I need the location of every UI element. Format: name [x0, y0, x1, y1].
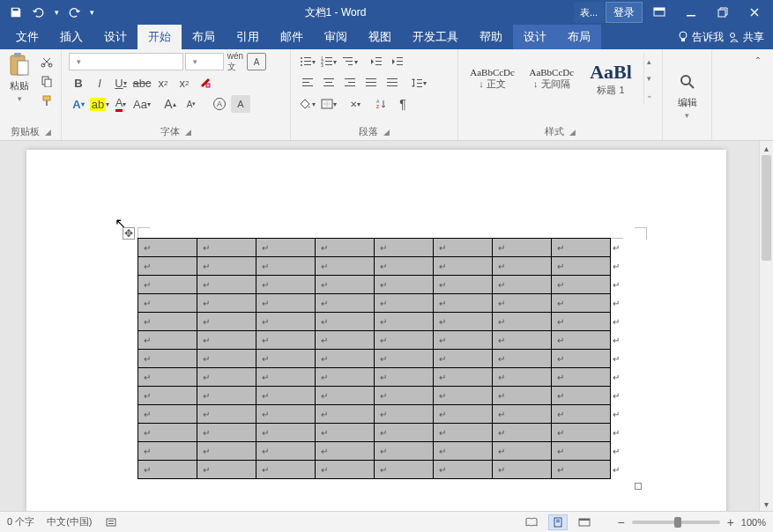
- table-cell[interactable]: ↵: [316, 331, 375, 350]
- change-case-icon[interactable]: Aa▾: [132, 95, 152, 113]
- table-cell[interactable]: ↵: [138, 442, 197, 461]
- table-cell[interactable]: ↵: [316, 424, 375, 442]
- table-cell[interactable]: ↵: [434, 331, 493, 350]
- table-cell[interactable]: ↵: [316, 257, 375, 276]
- tab-table-layout[interactable]: 布局: [557, 25, 601, 49]
- table-cell[interactable]: ↵: [256, 387, 316, 405]
- save-icon[interactable]: [5, 2, 26, 23]
- table-cell[interactable]: ↵: [316, 276, 375, 294]
- underline-button[interactable]: U▾: [111, 74, 130, 92]
- table-cell[interactable]: ↵: [493, 276, 552, 294]
- table-cell[interactable]: ↵: [552, 350, 611, 368]
- collapse-ribbon-icon[interactable]: ˆ: [748, 53, 768, 70]
- style-normal[interactable]: AaBbCcDc ↓ 正文: [465, 53, 519, 104]
- table-cell[interactable]: ↵: [316, 405, 375, 424]
- italic-button[interactable]: I: [90, 74, 109, 92]
- table-cell[interactable]: ↵: [138, 239, 197, 257]
- table-cell[interactable]: ↵: [197, 368, 256, 387]
- table-cell[interactable]: ↵: [434, 313, 493, 331]
- table-cell[interactable]: ↵: [493, 294, 552, 313]
- table-cell[interactable]: ↵: [197, 387, 256, 405]
- numbering-icon[interactable]: 123▾: [319, 53, 338, 70]
- paragraph-launcher-icon[interactable]: ◢: [383, 128, 390, 137]
- table-cell[interactable]: ↵: [256, 331, 316, 350]
- table-cell[interactable]: ↵: [434, 387, 493, 405]
- phonetic-guide-icon[interactable]: wén文: [226, 53, 245, 70]
- table-cell[interactable]: ↵: [316, 442, 375, 461]
- table-cell[interactable]: ↵: [493, 424, 552, 442]
- table-cell[interactable]: ↵: [256, 368, 316, 387]
- style-no-spacing[interactable]: AaBbCcDc ↓ 无间隔: [524, 53, 578, 104]
- print-layout-icon[interactable]: [548, 514, 568, 530]
- table-cell[interactable]: ↵: [256, 461, 316, 479]
- table-cell[interactable]: ↵: [138, 257, 197, 276]
- tab-review[interactable]: 审阅: [314, 25, 358, 49]
- cut-icon[interactable]: [37, 53, 56, 70]
- table-row[interactable]: ↵↵↵↵↵↵↵↵↵: [138, 331, 623, 350]
- word-count[interactable]: 0 个字: [7, 515, 34, 528]
- table-cell[interactable]: ↵: [434, 461, 493, 479]
- table-cell[interactable]: ↵: [493, 442, 552, 461]
- distributed-icon[interactable]: [383, 74, 402, 92]
- table-cell[interactable]: ↵: [197, 313, 256, 331]
- asian-layout-icon[interactable]: ✕▾: [346, 95, 365, 113]
- strikethrough-button[interactable]: abc: [132, 74, 152, 92]
- table-cell[interactable]: ↵: [138, 424, 197, 442]
- minimize-icon[interactable]: [676, 2, 706, 23]
- restore-icon[interactable]: [708, 2, 738, 23]
- tab-file[interactable]: 文件: [5, 25, 49, 49]
- table-cell[interactable]: ↵: [256, 294, 316, 313]
- zoom-slider[interactable]: [632, 521, 720, 524]
- table-row[interactable]: ↵↵↵↵↵↵↵↵↵: [138, 405, 623, 424]
- table-cell[interactable]: ↵: [138, 294, 197, 313]
- enclose-characters-icon[interactable]: A: [210, 95, 229, 113]
- table-cell[interactable]: ↵: [375, 257, 434, 276]
- table-cell[interactable]: ↵: [316, 239, 375, 257]
- table-cell[interactable]: ↵: [493, 350, 552, 368]
- table-cell[interactable]: ↵: [493, 331, 552, 350]
- table-cell[interactable]: ↵: [197, 424, 256, 442]
- styles-gallery-more[interactable]: ▴▾⌄: [643, 53, 655, 104]
- line-spacing-icon[interactable]: ▾: [409, 74, 428, 92]
- table-cell[interactable]: ↵: [138, 405, 197, 424]
- web-layout-icon[interactable]: [575, 514, 594, 530]
- table-cell[interactable]: ↵: [138, 331, 197, 350]
- table-cell[interactable]: ↵: [552, 294, 611, 313]
- table-cell[interactable]: ↵: [197, 276, 256, 294]
- borders-icon[interactable]: ▾: [319, 95, 338, 113]
- qat-customize-icon[interactable]: ▾: [86, 2, 97, 23]
- text-effects-icon[interactable]: A▾: [69, 95, 88, 113]
- accessibility-icon[interactable]: [105, 516, 117, 528]
- bold-button[interactable]: B: [69, 74, 88, 92]
- tab-home[interactable]: 开始: [138, 25, 182, 49]
- copy-icon[interactable]: [37, 72, 56, 90]
- table-row[interactable]: ↵↵↵↵↵↵↵↵↵: [138, 442, 623, 461]
- grow-font-icon[interactable]: A▴: [160, 95, 180, 113]
- table-cell[interactable]: ↵: [138, 461, 197, 479]
- font-name-combo[interactable]: ▾: [69, 53, 183, 70]
- table-cell[interactable]: ↵: [197, 405, 256, 424]
- table-cell[interactable]: ↵: [493, 239, 552, 257]
- vertical-scrollbar[interactable]: ▴ ▾: [759, 141, 773, 511]
- table-cell[interactable]: ↵: [493, 405, 552, 424]
- font-size-combo[interactable]: ▾: [185, 53, 224, 70]
- table-cell[interactable]: ↵: [434, 424, 493, 442]
- tab-developer[interactable]: 开发工具: [402, 25, 469, 49]
- shrink-font-icon[interactable]: A▾: [182, 95, 201, 113]
- table-cell[interactable]: ↵: [256, 313, 316, 331]
- table-cell[interactable]: ↵: [316, 387, 375, 405]
- table-cell[interactable]: ↵: [552, 368, 611, 387]
- table-row[interactable]: ↵↵↵↵↵↵↵↵↵: [138, 387, 623, 405]
- table-cell[interactable]: ↵: [375, 405, 434, 424]
- table-cell[interactable]: ↵: [552, 313, 611, 331]
- table-cell[interactable]: ↵: [552, 257, 611, 276]
- table-cell[interactable]: ↵: [375, 350, 434, 368]
- table-cell[interactable]: ↵: [197, 331, 256, 350]
- zoom-in-button[interactable]: +: [727, 515, 734, 529]
- tell-me[interactable]: 告诉我: [678, 30, 724, 45]
- scrollbar-track[interactable]: [760, 155, 773, 497]
- table-row[interactable]: ↵↵↵↵↵↵↵↵↵: [138, 350, 623, 368]
- table-cell[interactable]: ↵: [256, 276, 316, 294]
- show-hide-icon[interactable]: ¶: [393, 95, 413, 113]
- table-cell[interactable]: ↵: [138, 276, 197, 294]
